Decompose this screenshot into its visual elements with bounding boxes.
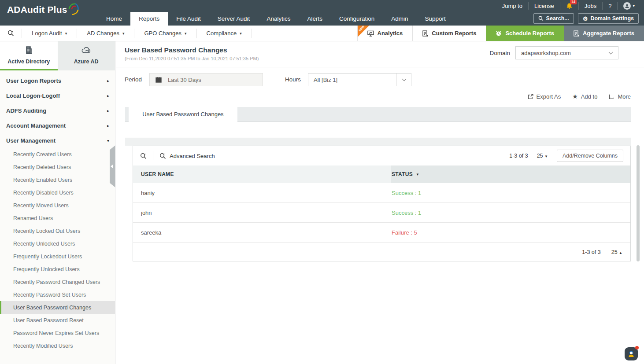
jobs-link[interactable]: Jobs — [578, 2, 602, 10]
column-header-user-name[interactable]: USER NAME — [133, 165, 391, 183]
sidebar-tabs: Active Directory Azure AD — [0, 41, 115, 70]
user-name-cell: haniy — [133, 183, 391, 202]
chevron-down-icon: ▼ — [544, 154, 548, 158]
analytics-button[interactable]: NEW Analytics — [357, 26, 413, 41]
ribbon-menu[interactable]: Compliance ▾ — [197, 29, 252, 38]
notifications-button[interactable]: 14 — [560, 2, 578, 10]
tab-azure-ad[interactable]: Azure AD — [58, 41, 115, 70]
user-name-cell: john — [133, 203, 391, 222]
ribbon-menu[interactable]: Logon Audit ▾ — [22, 29, 77, 38]
column-search-icon[interactable] — [140, 153, 147, 159]
page-size-select-top[interactable]: 25 ▼ — [537, 153, 548, 159]
hours-select[interactable]: All [Biz 1] — [308, 73, 411, 86]
status-cell[interactable]: Success : 1 — [391, 183, 630, 202]
custom-reports-button[interactable]: Custom Reports — [412, 26, 486, 41]
nav-tab[interactable]: Server Audit — [209, 12, 259, 26]
help-button[interactable]: ? — [602, 2, 617, 10]
more-button[interactable]: More — [609, 93, 631, 100]
sidebar-report-item[interactable]: Recently Enabled Users — [0, 173, 115, 186]
period-picker[interactable]: Last 30 Days — [149, 73, 263, 86]
sidebar-section[interactable]: Account Management ▸ ▾ — [0, 118, 115, 133]
domain-settings-button[interactable]: ⚙ Domain Settings — [578, 13, 639, 24]
report-actions: Export As ★ Add to More — [528, 93, 631, 100]
sidebar-sections: User Logon Reports ▸ ▾ Local Logon-Logof… — [0, 70, 115, 148]
sidebar-report-item[interactable]: User Based Password Reset — [0, 314, 115, 327]
page-title: User Based Password Changes — [125, 46, 227, 54]
sidebar-collapse-handle[interactable] — [110, 145, 115, 188]
support-chat-button[interactable] — [625, 347, 638, 360]
nav-tab[interactable]: Reports — [130, 12, 168, 26]
page-size-select-bottom[interactable]: 25 ▲ — [611, 249, 622, 255]
building-icon — [24, 46, 33, 55]
sidebar-report-item[interactable]: Frequently Unlocked Users — [0, 263, 115, 276]
nav-tab[interactable]: Configuration — [331, 12, 383, 26]
more-icon — [609, 94, 614, 99]
domain-selector-row: Domain adapworkshop.com — [489, 46, 618, 59]
sidebar-report-item[interactable]: Recently Disabled Users — [0, 186, 115, 199]
ribbon-menu[interactable]: GPO Changes ▾ — [134, 29, 196, 38]
table-row[interactable]: john Success : 1 — [133, 203, 630, 223]
sidebar-report-item[interactable]: Password Never Expires Set Users — [0, 327, 115, 339]
domain-select[interactable]: adapworkshop.com — [515, 46, 618, 59]
aggregate-reports-button[interactable]: Aggregate Reports — [564, 26, 644, 41]
chevron-down-icon: ▾ — [107, 138, 109, 143]
search-icon — [538, 16, 544, 21]
table-row[interactable]: sareeka Failure : 5 — [133, 223, 630, 243]
logo-swoosh-icon — [68, 3, 79, 15]
tab-content-band — [125, 122, 631, 137]
adaudit-plus-app: ADAudit Plus Jump to License — [0, 0, 644, 364]
export-as-button[interactable]: Export As — [528, 93, 561, 100]
sidebar-report-item[interactable]: Recently Password Set Users — [0, 288, 115, 301]
nav-tab[interactable]: File Audit — [168, 12, 209, 26]
sidebar-report-item[interactable]: Frequently Lockedout Users — [0, 250, 115, 263]
nav-tab[interactable]: Admin — [383, 12, 416, 26]
add-remove-columns-button[interactable]: Add/Remove Columns — [557, 150, 623, 162]
add-to-button[interactable]: ★ Add to — [572, 93, 597, 100]
sidebar-report-item[interactable]: Recently Locked Out Users — [0, 224, 115, 237]
chat-notification-dot — [635, 346, 639, 349]
app-logo[interactable]: ADAudit Plus — [7, 4, 79, 15]
sidebar-report-item[interactable]: User Based Password Changes — [0, 301, 115, 314]
sidebar-report-item[interactable]: Recently Created Users — [0, 148, 115, 161]
sidebar-section[interactable]: ADFS Auditing ▸ ▾ — [0, 103, 115, 118]
account-menu[interactable]: ▾ — [617, 2, 640, 10]
jump-to-link[interactable]: Jump to — [496, 2, 528, 10]
header-divider — [116, 67, 644, 67]
export-icon — [528, 94, 533, 99]
report-date-range: (From Dec 11,2020 07:51:35 PM to Jan 10,… — [125, 56, 259, 61]
nav-tab[interactable]: Home — [98, 12, 130, 26]
table-footer: 1-3 of 3 25 ▲ — [133, 243, 630, 261]
sidebar-report-item[interactable]: Recently Password Changed Users — [0, 276, 115, 288]
schedule-reports-button[interactable]: Schedule Reports — [486, 26, 564, 41]
license-link[interactable]: License — [528, 2, 560, 10]
nav-tab[interactable]: Alerts — [299, 12, 331, 26]
vertical-scrollbar-thumb[interactable] — [637, 145, 640, 261]
sidebar-report-item[interactable]: Recently Deleted Users — [0, 161, 115, 173]
support-agent-icon — [627, 350, 635, 358]
column-header-status[interactable]: STATUS ▼ — [391, 165, 630, 183]
sidebar-section[interactable]: Local Logon-Logoff ▸ ▾ — [0, 88, 115, 103]
global-search-button[interactable]: Search... — [533, 13, 574, 24]
chevron-down-icon — [609, 50, 613, 55]
pagination-range-bottom: 1-3 of 3 — [582, 249, 600, 255]
advanced-search-button[interactable]: Advanced Search — [159, 153, 215, 159]
header-buttons: Search... ⚙ Domain Settings — [533, 13, 639, 24]
toolbar-divider — [153, 151, 153, 160]
calendar-icon — [155, 77, 162, 83]
nav-tab[interactable]: Support — [417, 12, 454, 26]
nav-tab[interactable]: Analytics — [258, 12, 299, 26]
status-cell[interactable]: Success : 1 — [391, 203, 630, 222]
sidebar-section[interactable]: User Logon Reports ▸ ▾ — [0, 73, 115, 88]
report-search-icon[interactable] — [0, 30, 22, 37]
report-tab-active[interactable]: User Based Password Changes — [129, 107, 237, 122]
sidebar-report-item[interactable]: Recently Unlocked Users — [0, 237, 115, 250]
sidebar-section[interactable]: User Management ▸ ▾ — [0, 133, 115, 148]
tab-active-directory[interactable]: Active Directory — [0, 41, 58, 70]
status-cell[interactable]: Failure : 5 — [391, 223, 630, 242]
sidebar-report-item[interactable]: Recently Moved Users — [0, 199, 115, 212]
ribbon-menu[interactable]: AD Changes ▾ — [77, 29, 134, 38]
table-row[interactable]: haniy Success : 1 — [133, 183, 630, 203]
sidebar-report-item[interactable]: Renamed Users — [0, 212, 115, 224]
sidebar-report-item[interactable]: Recently Modified Users — [0, 339, 115, 352]
utility-bar: Jump to License 14 Jobs ? — [496, 0, 640, 12]
